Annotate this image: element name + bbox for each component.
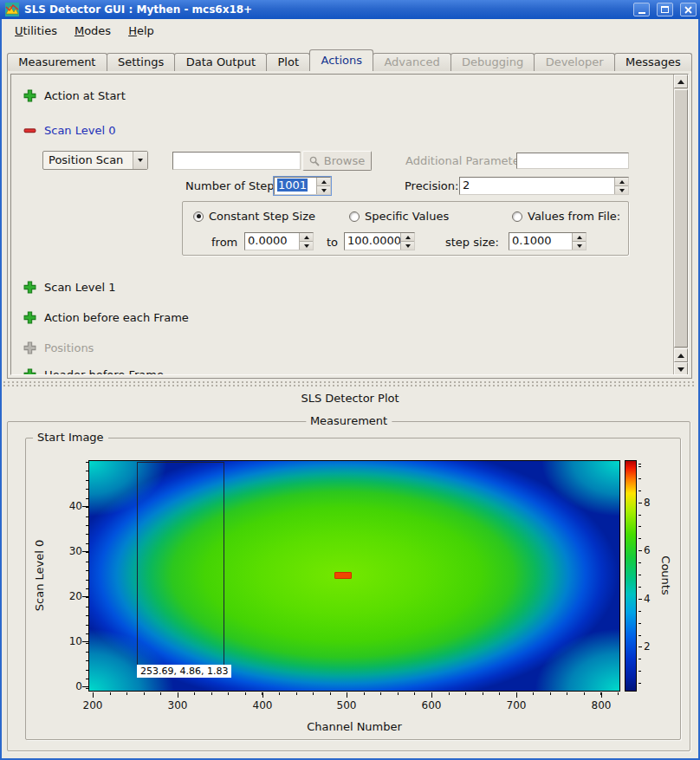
arrow-down-icon (677, 367, 684, 372)
magnifier-icon (309, 156, 320, 166)
colorbar-tick (638, 646, 642, 647)
heatmap-canvas[interactable]: 253.69, 4.86, 1.83 (88, 460, 620, 692)
x-tick-label: 800 (584, 699, 619, 711)
scrollbar-handle[interactable] (674, 89, 688, 348)
y-tick-label: 10 (53, 635, 82, 647)
tab-bar: Measurement Settings Data Output Plot Ac… (7, 49, 692, 71)
x-tick-label: 700 (499, 699, 534, 711)
x-tick-label: 600 (414, 699, 449, 711)
expand-plus-icon[interactable] (23, 311, 36, 324)
expander-action-at-start: Action at Start (23, 88, 126, 103)
chevron-down-icon (138, 159, 143, 162)
expand-plus-icon[interactable] (23, 281, 36, 294)
tab-advanced: Advanced (373, 53, 451, 71)
radio-specific-values[interactable]: Specific Values (349, 210, 449, 223)
spin-up-button[interactable] (300, 233, 313, 242)
tab-settings[interactable]: Settings (107, 53, 176, 71)
precision-spinbox[interactable]: 2 (459, 177, 629, 195)
y-axis-tick (82, 551, 88, 552)
app-window: SLS Detector GUI : Mythen - mcs6x18+ Uti… (0, 0, 700, 760)
colorbar-minor-ticks (638, 460, 641, 692)
colorbar-tick-label: 8 (644, 497, 651, 509)
additional-parameter-input[interactable] (516, 153, 629, 169)
step-size-label: step size: (445, 236, 499, 249)
colorbar-tick-label: 4 (644, 593, 651, 605)
spin-up-button[interactable] (317, 178, 330, 186)
x-axis-tick (601, 692, 602, 698)
spin-up-icon (619, 180, 625, 184)
titlebar[interactable]: SLS Detector GUI : Mythen - mcs6x18+ (0, 0, 700, 19)
to-value: 100.0000 (345, 233, 400, 250)
step-mode-groupbox: Constant Step Size Specific Values Value… (182, 201, 629, 256)
radio-values-from-file[interactable]: Values from File: (512, 210, 620, 223)
combo-dropdown-button[interactable] (133, 152, 147, 169)
spin-down-button[interactable] (300, 242, 313, 250)
expander-scan-level-0: Scan Level 0 (23, 123, 115, 138)
scroll-up-button[interactable] (674, 75, 688, 88)
from-spinbox[interactable]: 0.0000 (244, 232, 314, 250)
window-title: SLS Detector GUI : Mythen - mcs6x18+ (24, 3, 626, 16)
expander-scan-level-1: Scan Level 1 (23, 280, 115, 295)
y-tick-label: 0 (53, 680, 82, 692)
x-axis-tick (347, 692, 347, 698)
minimize-button[interactable] (633, 3, 650, 16)
radio-file-label: Values from File: (528, 210, 620, 223)
app-icon (5, 3, 19, 16)
spin-down-button[interactable] (615, 186, 628, 194)
radio-specific-label: Specific Values (365, 210, 449, 223)
menu-utilities[interactable]: Utilities (7, 22, 65, 40)
vertical-scrollbar[interactable] (673, 75, 688, 374)
spin-down-button[interactable] (401, 242, 414, 250)
scan-mode-select[interactable]: Position Scan (42, 151, 148, 170)
scan-command-input[interactable] (172, 152, 301, 170)
measurement-groupbox: Measurement Start Image Scan Level 0 40 … (7, 421, 690, 751)
scroll-up-button-bottom[interactable] (674, 348, 688, 362)
spin-down-button[interactable] (573, 242, 586, 250)
actions-tab-pane: Action at Start Scan Level 0 Position Sc… (7, 70, 692, 379)
spin-up-icon (405, 236, 411, 239)
scan-level-0-label: Scan Level 0 (44, 124, 115, 137)
y-axis-tick (82, 596, 88, 597)
radio-constant-label: Constant Step Size (209, 210, 315, 223)
collapse-minus-icon[interactable] (23, 124, 36, 137)
close-button[interactable] (680, 3, 697, 16)
number-of-steps-spinbox[interactable]: 1001 (274, 177, 331, 195)
to-spinbox[interactable]: 100.0000 (344, 232, 415, 250)
spin-up-button[interactable] (401, 233, 414, 242)
arrow-up-icon (677, 80, 684, 84)
menu-modes[interactable]: Modes (67, 22, 119, 40)
action-at-start-label: Action at Start (44, 89, 126, 102)
spin-up-button[interactable] (573, 233, 586, 242)
browse-button-label: Browse (324, 154, 365, 167)
menu-help[interactable]: Help (120, 22, 162, 40)
expand-plus-icon[interactable] (23, 368, 36, 375)
x-tick-label: 300 (160, 699, 195, 711)
header-before-frame-label: Header before Frame (44, 368, 164, 375)
colorbar (625, 460, 637, 692)
browse-button: Browse (302, 151, 372, 171)
radio-constant-step-size[interactable]: Constant Step Size (193, 210, 315, 223)
tab-messages[interactable]: Messages (614, 53, 692, 71)
maximize-button[interactable] (657, 3, 673, 16)
start-image-groupbox: Start Image Scan Level 0 40 30 20 10 0 (25, 438, 681, 740)
spin-down-icon (619, 189, 625, 192)
expander-positions: Positions (23, 341, 94, 355)
spin-up-button[interactable] (615, 178, 628, 186)
expander-header-before-frame: Header before Frame (23, 367, 164, 375)
step-size-spinbox[interactable]: 0.1000 (509, 232, 587, 250)
y-tick-label: 20 (53, 590, 82, 602)
spin-down-button[interactable] (317, 186, 330, 194)
scan-mode-value: Position Scan (43, 152, 133, 169)
action-before-each-frame-label: Action before each Frame (44, 311, 189, 324)
tab-data-output[interactable]: Data Output (174, 53, 267, 71)
splitter-handle[interactable] (3, 380, 697, 389)
radio-selected-icon (193, 211, 204, 222)
positions-label: Positions (44, 341, 94, 354)
scroll-down-button[interactable] (674, 362, 688, 375)
expand-plus-icon[interactable] (23, 89, 36, 102)
colorbar-tick (638, 503, 642, 503)
tab-measurement[interactable]: Measurement (7, 53, 107, 71)
tab-plot[interactable]: Plot (266, 53, 310, 71)
tab-actions[interactable]: Actions (309, 49, 373, 71)
radio-icon (349, 211, 360, 222)
